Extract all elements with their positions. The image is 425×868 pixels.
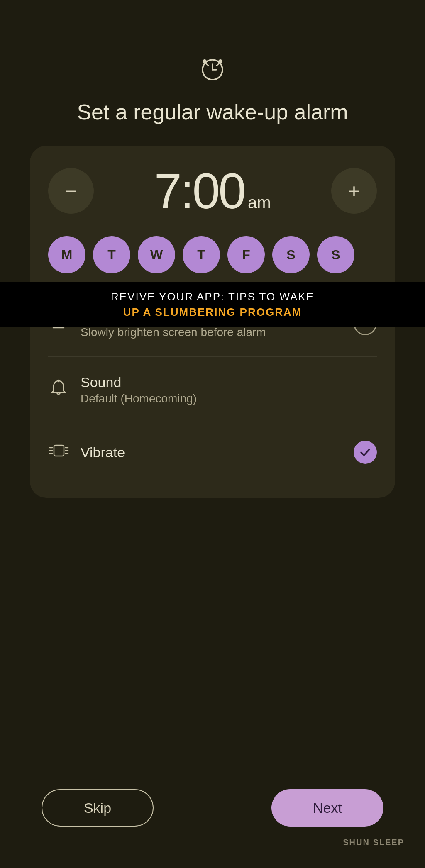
day-saturday[interactable]: S	[272, 236, 310, 273]
increase-time-button[interactable]: +	[331, 168, 377, 214]
svg-point-6	[218, 59, 222, 63]
day-wednesday[interactable]: W	[138, 236, 175, 273]
bell-icon	[48, 378, 69, 401]
divider-2	[48, 356, 377, 357]
vibrate-title: Vibrate	[81, 444, 125, 461]
vibrate-toggle[interactable]	[354, 441, 377, 464]
time-row: − 7:00 am +	[48, 162, 377, 219]
sunrise-alarm-subtitle: Slowly brighten screen before alarm	[81, 326, 266, 339]
time-value: 7:00	[154, 162, 244, 219]
sound-subtitle: Default (Homecoming)	[81, 392, 197, 405]
next-button[interactable]: Next	[271, 789, 383, 827]
sound-row[interactable]: Sound Default (Homecoming)	[48, 361, 377, 419]
sound-text: Sound Default (Homecoming)	[81, 374, 197, 405]
day-sunday[interactable]: S	[317, 236, 354, 273]
banner-line2: UP A SLUMBERING PROGRAM	[0, 306, 425, 319]
divider-3	[48, 423, 377, 423]
skip-button[interactable]: Skip	[42, 789, 154, 827]
page-title: Set a regular wake-up alarm	[77, 99, 348, 125]
sound-title: Sound	[81, 374, 197, 390]
time-display: 7:00 am	[154, 162, 271, 219]
day-thursday[interactable]: T	[183, 236, 220, 273]
banner-line1: REVIVE YOUR APP: TIPS TO WAKE	[0, 290, 425, 303]
alarm-clock-icon	[198, 54, 227, 89]
day-monday[interactable]: M	[48, 236, 85, 273]
vibrate-icon	[48, 441, 69, 464]
svg-rect-15	[54, 445, 64, 456]
decrease-time-button[interactable]: −	[48, 168, 94, 214]
day-friday[interactable]: F	[227, 236, 265, 273]
svg-point-5	[203, 59, 207, 63]
vibrate-text: Vibrate	[81, 444, 125, 461]
days-row: M T W T F S S	[48, 236, 377, 286]
time-ampm: am	[248, 193, 271, 212]
sound-left: Sound Default (Homecoming)	[48, 374, 197, 405]
promo-banner: REVIVE YOUR APP: TIPS TO WAKE UP A SLUMB…	[0, 282, 425, 327]
bottom-bar: Skip Next	[0, 789, 425, 827]
vibrate-row[interactable]: Vibrate	[48, 427, 377, 477]
day-tuesday[interactable]: T	[93, 236, 130, 273]
brand-label: SHUN SLEEP	[343, 838, 404, 847]
vibrate-left: Vibrate	[48, 441, 125, 464]
